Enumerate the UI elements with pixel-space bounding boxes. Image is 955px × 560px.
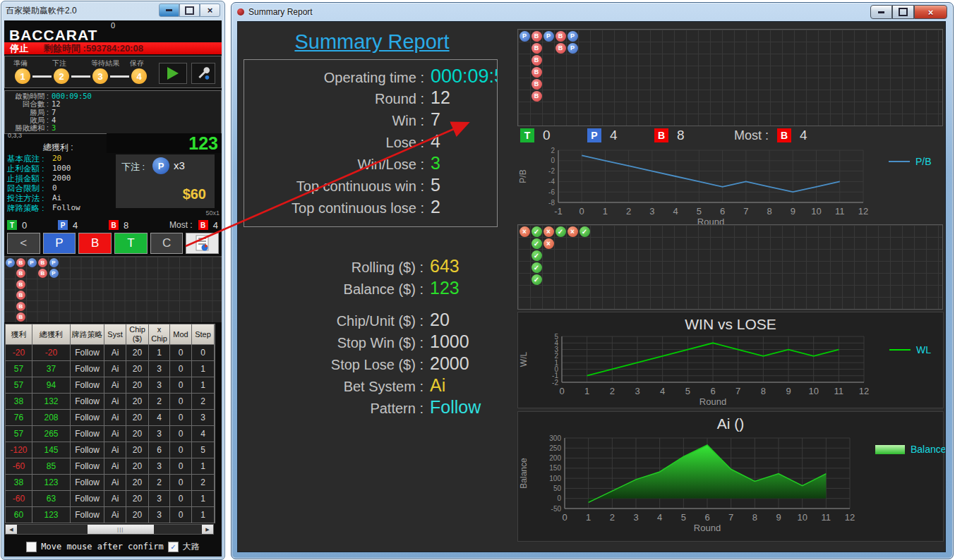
- bet-player-button[interactable]: P: [43, 233, 76, 254]
- maximize-button[interactable]: [179, 4, 200, 17]
- summary-value: 3: [431, 153, 440, 174]
- step-label: 保存: [130, 59, 144, 68]
- main-window-titlebar[interactable]: 百家樂助贏軟件2.0 ×: [1, 1, 224, 20]
- money-label: Bet System :: [244, 379, 424, 395]
- svg-text:4: 4: [657, 512, 662, 523]
- result-counts-row: T0P4B8Most :B4: [7, 219, 222, 231]
- summary-row: Win :7: [244, 109, 497, 131]
- step-label: 等待結果: [91, 59, 119, 68]
- table-cell: 20: [126, 377, 148, 393]
- summary-row: Top continuous win :5: [244, 175, 497, 197]
- table-cell: -120: [6, 442, 32, 458]
- winlose-chart-panel: WIN vs LOSE 543210-1-20123456789101112Ro…: [517, 312, 944, 408]
- settings-button[interactable]: [191, 63, 215, 84]
- scroll-right-arrow[interactable]: ▶: [202, 525, 213, 534]
- back-button[interactable]: <: [7, 233, 40, 254]
- most-value: 4: [213, 220, 218, 231]
- count-value: 4: [610, 128, 618, 143]
- svg-text:6: 6: [720, 206, 725, 217]
- svg-text:9: 9: [786, 386, 791, 396]
- table-cell: 3: [149, 458, 169, 474]
- svg-text:0: 0: [551, 157, 555, 164]
- banker-bead: B: [16, 291, 25, 300]
- scroll-track[interactable]: |||: [17, 525, 202, 534]
- svg-text:300: 300: [549, 434, 561, 442]
- money-stats-1: Rolling ($) :643Balance ($) :123: [244, 256, 498, 300]
- summary-window: Summary Report × Summary Report Operatin…: [231, 2, 954, 559]
- svg-text:-1: -1: [554, 206, 563, 217]
- table-cell: 265: [32, 426, 70, 442]
- stat-value: 7: [52, 109, 56, 116]
- table-header-cell: 牌路策略: [71, 324, 104, 344]
- bet-settings-list: 基本底注 :20止利金額 :1000止損金額 :2000回合限制 :0投注方法 …: [7, 154, 113, 213]
- start-button[interactable]: [159, 63, 187, 84]
- svg-text:3: 3: [633, 512, 638, 523]
- table-cell: 123: [32, 507, 70, 523]
- svg-text:-2: -2: [548, 167, 555, 175]
- close-button[interactable]: ×: [200, 4, 220, 17]
- summary-row: Round :12: [244, 87, 497, 109]
- table-cell: 20: [126, 458, 148, 474]
- most-value: 4: [800, 128, 807, 143]
- money-label: Pattern :: [244, 401, 424, 417]
- summary-maximize-button[interactable]: [892, 5, 914, 19]
- svg-text:4: 4: [660, 386, 665, 396]
- count-value: 8: [677, 128, 685, 143]
- bet-banker-button[interactable]: B: [78, 233, 112, 254]
- table-cell: Ai: [104, 394, 126, 409]
- play-icon: [167, 67, 179, 80]
- legend-swatch: [889, 349, 911, 351]
- summary-window-titlebar[interactable]: Summary Report ×: [232, 3, 953, 20]
- table-cell: 2: [192, 394, 214, 409]
- banker-bead: B: [531, 55, 542, 66]
- legend-label: P/B: [915, 156, 932, 167]
- player-bead: P: [519, 31, 530, 42]
- svg-text:0: 0: [562, 512, 567, 523]
- table-cell: 0: [170, 394, 191, 409]
- setting-label: 止損金額 :: [7, 174, 51, 183]
- table-cell: 1: [192, 361, 214, 377]
- legend-swatch: [889, 161, 910, 162]
- stat-row: 勝局 :7: [5, 109, 221, 116]
- summary-close-button[interactable]: ×: [914, 5, 947, 19]
- table-cell: 94: [32, 377, 70, 393]
- close-icon: ×: [928, 7, 934, 18]
- table-cell: 0: [192, 345, 214, 360]
- player-bead: P: [6, 258, 15, 267]
- stat-row: 回合數 :12: [5, 100, 221, 108]
- scroll-left-arrow[interactable]: ◀: [6, 525, 17, 534]
- stop-label[interactable]: 停止: [10, 42, 28, 55]
- svg-text:3: 3: [649, 206, 654, 217]
- move-mouse-checkbox[interactable]: [26, 542, 37, 552]
- money-value: 643: [430, 256, 460, 276]
- money-value: Ai: [430, 375, 445, 396]
- bet-buttons-row: <PBTC: [7, 233, 219, 254]
- step-number-badge: 3: [92, 68, 108, 84]
- scroll-thumb[interactable]: |||: [88, 525, 154, 534]
- total-profit-box: 123: [107, 133, 222, 153]
- dalu-checkbox[interactable]: ✓: [168, 542, 179, 552]
- lose-bead: ×: [567, 226, 578, 237]
- table-cell: 20: [126, 475, 148, 490]
- table-cell: 3: [149, 426, 169, 442]
- clear-button[interactable]: C: [150, 233, 184, 254]
- table-cell: 0: [170, 410, 191, 425]
- bet-label: 下注 :: [121, 161, 145, 174]
- stat-value: 3: [52, 124, 56, 132]
- open-report-button[interactable]: [186, 233, 219, 254]
- svg-text:8: 8: [767, 206, 771, 217]
- win-bead: ✓: [531, 238, 542, 249]
- most-badge: B: [777, 128, 791, 142]
- summary-minimize-button[interactable]: [870, 5, 892, 19]
- winlose-chart: 543210-1-20123456789101112RoundW/LWL: [518, 333, 943, 412]
- table-header-cell: Syst: [104, 324, 126, 344]
- svg-text:6: 6: [704, 512, 709, 523]
- win-bead: ✓: [531, 250, 542, 261]
- t-badge: T: [520, 128, 534, 142]
- summary-window-client: Summary Report Operating time :000:09:50…: [237, 21, 946, 552]
- app-icon: [237, 8, 244, 16]
- minimize-button[interactable]: [159, 4, 179, 17]
- table-cell: 2: [149, 394, 169, 409]
- banker-bead: B: [531, 31, 542, 42]
- bet-tie-button[interactable]: T: [114, 233, 148, 254]
